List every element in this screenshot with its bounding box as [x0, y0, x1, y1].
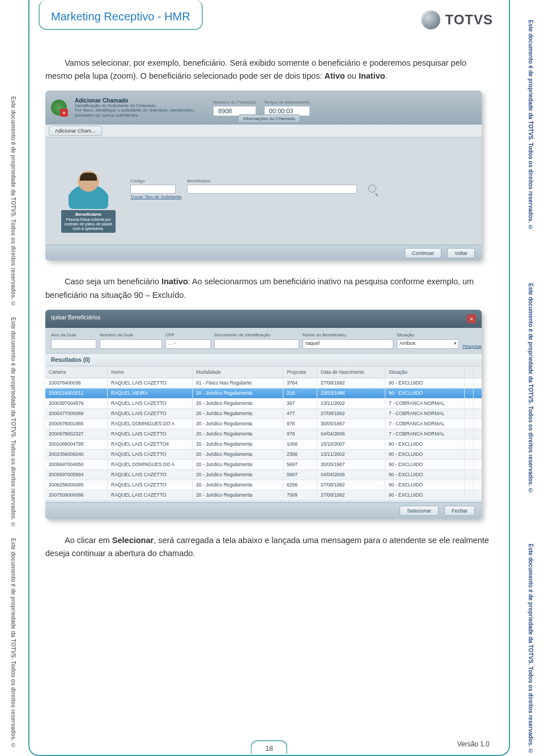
filter-doc-label: Documento de Identificação	[214, 332, 299, 338]
filter-nome-input[interactable]: raquel	[303, 339, 393, 349]
beneficiario-label: Beneficiário	[187, 178, 357, 183]
panel-desc: Por favor, identifique o solicitante do …	[75, 108, 205, 118]
table-row[interactable]: 2005697004050RAQUEL DOMINGUES DO A20 - J…	[45, 460, 482, 470]
table-row[interactable]: 2000216003211RAQUEL VIEIRA20 - Juridico …	[45, 388, 482, 399]
beneficiario-input[interactable]	[187, 185, 357, 194]
table-row[interactable]: 2000397004576RAQUEL LAIS CAZETTO20 - Jur…	[45, 399, 482, 409]
table-row[interactable]: 2000477000089RAQUEL LAIS CAZETTO20 - Jur…	[45, 409, 482, 419]
add-call-icon	[51, 100, 67, 116]
beneficiary-avatar-icon	[69, 169, 108, 209]
filter-numero-label: Número da Guia	[100, 332, 162, 338]
tab-add-chamado[interactable]: Adicionar Cham...	[49, 126, 102, 136]
fechar-button[interactable]: Fechar	[444, 506, 475, 516]
paragraph-3: Ao clicar em Selecionar, será carregada …	[45, 534, 493, 560]
table-header: Carteira Nome Modalidade Proposta Data d…	[45, 366, 482, 378]
version-label: Versão 1.0	[457, 740, 490, 748]
filter-situacao-select[interactable]: Ambos	[397, 339, 459, 349]
filter-ano-label: Ano da Guia	[51, 332, 96, 338]
continuar-button[interactable]: Continuar	[405, 248, 441, 258]
search-icon[interactable]	[368, 185, 376, 193]
trocar-tipo-link[interactable]: Trocar Tipo de Solicitante	[130, 194, 181, 199]
table-row[interactable]: 2005697005994RAQUEL LAIS CAZETTO20 - Jur…	[45, 470, 482, 480]
document-title-box: Marketing Receptivo - HMR	[39, 0, 203, 30]
table-row[interactable]: 2001068004795RAQUEL LAIS CAZETTO420 - Ju…	[45, 439, 482, 450]
brand-name: TOTVS	[445, 12, 493, 28]
watermark-left: Este documento é de propriedade da TOTVS…	[10, 96, 16, 307]
voltar-button[interactable]: Voltar	[447, 248, 475, 258]
paragraph-1: Vamos selecionar, por exemplo, beneficiá…	[45, 57, 493, 83]
filter-doc-input[interactable]	[214, 339, 299, 349]
page-number: 18	[265, 745, 273, 753]
watermark-right: Este documento é de propriedade da TOTVS…	[528, 20, 534, 230]
filter-cpf-label: CPF	[165, 332, 211, 338]
beneficiary-caption: Beneficiário Pessoa física coberta por c…	[61, 210, 116, 233]
watermark-left: Este documento é de propriedade da TOTVS…	[10, 317, 16, 528]
codigo-input[interactable]	[130, 185, 176, 194]
screenshot-add-chamado: Adicionar Chamado Identificação do Solic…	[45, 91, 482, 260]
table-row[interactable]: 100376400036RAQUEL LAIS CAZETTO01 - Fisi…	[45, 378, 482, 388]
filter-situacao-label: Situação	[397, 332, 459, 338]
document-title: Marketing Receptivo - HMR	[51, 10, 190, 23]
protocol-label: Número do Protocolo	[213, 100, 256, 105]
filter-ano-input[interactable]	[51, 339, 96, 349]
close-icon[interactable]: ×	[467, 314, 476, 323]
filter-numero-input[interactable]	[100, 339, 162, 349]
paragraph-2: Caso seja um beneficiário Inativo: Ao se…	[45, 275, 493, 301]
time-label: Tempo de Atendimento	[264, 100, 311, 105]
page-number-box: 18	[250, 740, 287, 754]
codigo-label: Código	[130, 178, 176, 183]
results-header: Resultados (0)	[45, 353, 482, 366]
tab-info-chamado[interactable]: Informações do Chamado	[238, 114, 300, 123]
table-row[interactable]: 2002356006040RAQUEL LAIS CAZETTO20 - Jur…	[45, 450, 482, 460]
screenshot-pesquisar-beneficiarios: quisar Beneficiários × Ano da Guia Númer…	[45, 310, 482, 519]
filter-nome-label: Nome do Beneficiário	[303, 332, 393, 338]
watermark-left: Este documento é de propriedade da TOTVS…	[10, 538, 16, 749]
modal-title: quisar Beneficiários	[51, 314, 100, 328]
table-row[interactable]: 2006256000085RAQUEL LAIS CAZETTO20 - Jur…	[45, 480, 482, 490]
watermark-right: Este documento é de propriedade da TOTVS…	[528, 283, 534, 494]
pesquisar-link[interactable]: Pesquisar	[462, 344, 482, 349]
table-row[interactable]: 2000978002327RAQUEL LAIS CAZETTO20 - Jur…	[45, 429, 482, 439]
selecionar-button[interactable]: Selecionar	[400, 506, 439, 516]
table-row[interactable]: 2000978001886RAQUEL DOMINGUES DO A20 - J…	[45, 419, 482, 429]
filter-cpf-input[interactable]: . . -	[165, 339, 211, 349]
brand-logo: TOTVS	[421, 10, 493, 29]
logo-sphere-icon	[421, 10, 440, 29]
watermark-right: Este documento é de propriedade da TOTVS…	[528, 544, 534, 754]
table-row[interactable]: 2007509000086RAQUEL LAIS CAZETTO20 - Jur…	[45, 490, 482, 501]
